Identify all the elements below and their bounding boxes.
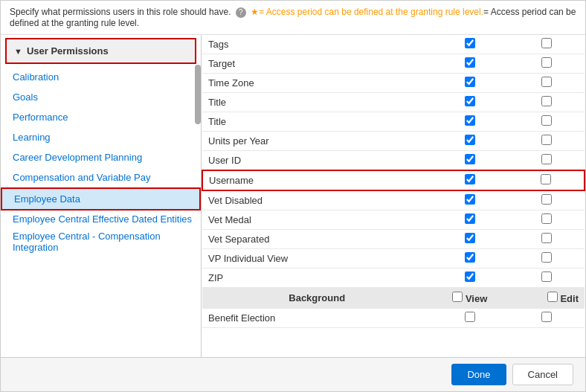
perm-label: Vet Disabled bbox=[202, 190, 431, 211]
vetseparated-check2[interactable] bbox=[541, 233, 552, 243]
zip-check2[interactable] bbox=[541, 271, 552, 282]
sidebar: ▼ User Permissions Calibration Goals Per… bbox=[1, 35, 202, 357]
sidebar-item-career-development-planning[interactable]: Career Development Planning bbox=[1, 147, 201, 167]
benefit-election-check1[interactable] bbox=[465, 312, 475, 322]
cancel-button[interactable]: Cancel bbox=[512, 364, 573, 385]
target-check1[interactable] bbox=[465, 57, 475, 68]
table-row-benefit-election: Benefit Election bbox=[202, 309, 585, 328]
header-description: Specify what permissions users in this r… bbox=[10, 7, 231, 17]
background-view-check[interactable] bbox=[452, 292, 463, 302]
perm-label: Title bbox=[202, 93, 431, 112]
perm-check1[interactable] bbox=[431, 269, 508, 288]
sidebar-item-calibration[interactable]: Calibration bbox=[1, 67, 201, 87]
perm-check1[interactable] bbox=[431, 112, 508, 132]
table-row: User ID bbox=[202, 151, 585, 171]
userid-check2[interactable] bbox=[541, 154, 552, 164]
user-permissions-header[interactable]: ▼ User Permissions bbox=[5, 38, 196, 64]
vpindividualview-check2[interactable] bbox=[541, 252, 552, 263]
perm-check2[interactable] bbox=[508, 93, 585, 112]
perm-label: Units per Year bbox=[202, 132, 431, 151]
vetdisabled-check1[interactable] bbox=[465, 194, 475, 205]
tags-check2[interactable] bbox=[541, 38, 552, 48]
done-button[interactable]: Done bbox=[451, 364, 506, 385]
perm-check2[interactable] bbox=[508, 269, 585, 288]
sidebar-item-goals[interactable]: Goals bbox=[1, 87, 201, 107]
perm-check1[interactable] bbox=[431, 211, 508, 230]
sidebar-item-compensation-and-variable-pay[interactable]: Compensation and Variable Pay bbox=[1, 167, 201, 187]
perm-check2-username[interactable] bbox=[508, 170, 585, 190]
perm-label: Tags bbox=[202, 35, 431, 54]
table-row: Vet Disabled bbox=[202, 190, 585, 211]
vetmedal-check1[interactable] bbox=[465, 213, 475, 224]
perm-label: ZIP bbox=[202, 269, 431, 288]
perm-check1[interactable] bbox=[431, 132, 508, 151]
star-note: ★= Access period can be defined at the g… bbox=[251, 7, 483, 17]
perm-check2[interactable] bbox=[508, 35, 585, 54]
view-label: View bbox=[466, 293, 487, 304]
perm-check1[interactable] bbox=[431, 93, 508, 112]
main-content: ▼ User Permissions Calibration Goals Per… bbox=[1, 35, 585, 357]
perm-check1[interactable] bbox=[431, 151, 508, 171]
table-row: Vet Medal bbox=[202, 211, 585, 230]
sidebar-item-learning[interactable]: Learning bbox=[1, 127, 201, 147]
target-check2[interactable] bbox=[541, 57, 552, 68]
table-row: Time Zone bbox=[202, 74, 585, 93]
vetseparated-check1[interactable] bbox=[465, 233, 475, 243]
perm-label: Vet Medal bbox=[202, 211, 431, 230]
perm-check1[interactable] bbox=[431, 190, 508, 211]
benefit-election-check2[interactable] bbox=[541, 312, 552, 322]
title2-check1[interactable] bbox=[465, 115, 475, 126]
sidebar-item-performance[interactable]: Performance bbox=[1, 107, 201, 127]
sidebar-item-employee-central-compensation-integration[interactable]: Employee Central - Compensation Integrat… bbox=[1, 228, 201, 256]
perm-check1[interactable] bbox=[431, 74, 508, 93]
perm-check2[interactable] bbox=[508, 151, 585, 171]
perm-check1-username[interactable] bbox=[431, 170, 508, 190]
perm-check2[interactable] bbox=[508, 230, 585, 249]
section-header-label: Background bbox=[202, 288, 431, 309]
perm-label-benefit-election: Benefit Election bbox=[202, 309, 431, 328]
permissions-table: Tags Target Time Zone bbox=[202, 35, 585, 328]
scrollbar-indicator[interactable] bbox=[195, 65, 201, 124]
tags-check1[interactable] bbox=[465, 38, 475, 48]
sidebar-item-employee-central-effective-dated-entities[interactable]: Employee Central Effective Dated Entitie… bbox=[1, 211, 201, 228]
username-check1[interactable] bbox=[465, 174, 475, 184]
units-check1[interactable] bbox=[465, 135, 475, 145]
title1-check2[interactable] bbox=[541, 96, 552, 106]
units-check2[interactable] bbox=[541, 135, 552, 145]
timezone-check1[interactable] bbox=[465, 77, 475, 87]
title2-check2[interactable] bbox=[541, 115, 552, 126]
perm-check2[interactable] bbox=[508, 249, 585, 269]
vetdisabled-check2[interactable] bbox=[541, 194, 552, 205]
zip-check1[interactable] bbox=[465, 271, 475, 282]
username-check2[interactable] bbox=[541, 174, 551, 184]
perm-check2[interactable] bbox=[508, 112, 585, 132]
edit-label: Edit bbox=[560, 293, 579, 304]
perm-check1[interactable] bbox=[431, 249, 508, 269]
userid-check1[interactable] bbox=[465, 154, 475, 164]
perm-label: VP Individual View bbox=[202, 249, 431, 269]
sidebar-item-employee-data[interactable]: Employee Data bbox=[1, 187, 201, 211]
perm-label: User ID bbox=[202, 151, 431, 171]
vetmedal-check2[interactable] bbox=[541, 213, 552, 224]
section-header-view: View bbox=[431, 288, 508, 309]
timezone-check2[interactable] bbox=[541, 77, 552, 87]
perm-check1[interactable] bbox=[431, 54, 508, 74]
right-panel: Tags Target Time Zone bbox=[202, 35, 585, 357]
main-container: Specify what permissions users in this r… bbox=[0, 0, 586, 392]
perm-label: Time Zone bbox=[202, 74, 431, 93]
perm-check2-benefit-election[interactable] bbox=[508, 309, 585, 328]
title1-check1[interactable] bbox=[465, 96, 475, 106]
vpindividualview-check1[interactable] bbox=[465, 252, 475, 263]
perm-check2[interactable] bbox=[508, 74, 585, 93]
table-row: Title bbox=[202, 112, 585, 132]
section-header-background: Background View Edit bbox=[202, 288, 585, 309]
table-row: Tags bbox=[202, 35, 585, 54]
perm-check2[interactable] bbox=[508, 132, 585, 151]
perm-check2[interactable] bbox=[508, 190, 585, 211]
perm-check2[interactable] bbox=[508, 54, 585, 74]
background-edit-check[interactable] bbox=[547, 292, 558, 302]
perm-check1-benefit-election[interactable] bbox=[431, 309, 508, 328]
perm-check1[interactable] bbox=[431, 230, 508, 249]
perm-check2[interactable] bbox=[508, 211, 585, 230]
perm-check1[interactable] bbox=[431, 35, 508, 54]
